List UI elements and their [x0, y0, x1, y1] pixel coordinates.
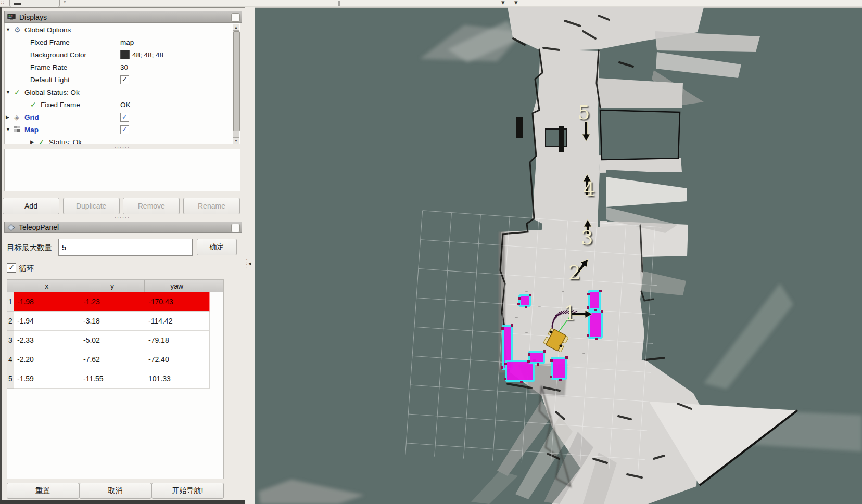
waypoint-label: 1 — [564, 302, 576, 325]
status-ok-check-icon: ✓ — [30, 100, 41, 109]
scrollbar-thumb[interactable] — [233, 31, 240, 131]
display-tree-row[interactable]: Fixed Framemap — [5, 36, 240, 48]
reset-button[interactable]: 重置 — [7, 483, 79, 499]
tree-item-label: Map — [24, 126, 39, 134]
table-row[interactable]: 2-1.94-3.18-114.42 — [7, 312, 223, 331]
cell-value[interactable]: -79.18 — [145, 331, 210, 350]
start-navigation-button[interactable]: 开始导航! — [151, 483, 224, 499]
panel-diamond-icon — [7, 224, 15, 231]
waypoint-label: 4 — [583, 178, 595, 201]
row-number[interactable]: 3 — [7, 331, 14, 350]
property-value[interactable]: map — [120, 38, 134, 46]
expander-icon[interactable]: ▼ — [6, 89, 14, 95]
expander-icon[interactable]: ▶ — [30, 139, 39, 144]
cancel-button[interactable]: 取消 — [79, 483, 151, 499]
table-row[interactable]: 1-1.98-1.23-170.43 — [7, 292, 223, 312]
displays-panel-titlebar[interactable]: Displays — [4, 11, 242, 23]
loop-checkbox[interactable]: ✓ — [7, 263, 16, 273]
loop-label: 循环 — [19, 264, 34, 274]
column-header[interactable]: x — [14, 280, 80, 292]
table-row[interactable]: 5-1.59-11.55101.33 — [7, 369, 223, 389]
tree-item-label: Fixed Frame — [30, 38, 70, 46]
waypoint-table[interactable]: xyyaw1-1.98-1.23-170.432-1.94-3.18-114.4… — [7, 279, 224, 479]
status-ok-check-icon: ✓ — [14, 88, 24, 96]
cell-value[interactable]: -2.33 — [14, 331, 80, 350]
property-value[interactable]: 30 — [120, 63, 128, 71]
panel-splitter[interactable]: ···· ◂ — [245, 7, 255, 504]
cell-value[interactable]: -3.18 — [80, 312, 145, 331]
cell-value[interactable]: -11.55 — [80, 369, 145, 389]
cell-value[interactable]: -7.62 — [80, 350, 145, 369]
property-value[interactable]: OK — [120, 101, 131, 109]
display-tree-row[interactable]: ▶✓Status: Ok — [5, 136, 240, 144]
column-header[interactable]: y — [80, 280, 145, 292]
display-tree-row[interactable]: Frame Rate30 — [5, 61, 240, 73]
enabled-checkbox[interactable]: ✓ — [120, 113, 129, 122]
gear-icon: ⚙ — [14, 25, 24, 34]
display-monitor-icon — [7, 14, 16, 20]
scroll-down-icon[interactable]: ▼ — [233, 137, 239, 144]
display-tree-row[interactable]: ▼⚙Global Options — [5, 23, 240, 36]
display-tree-row[interactable]: ▶◈Grid✓ — [5, 111, 240, 123]
row-number[interactable]: 2 — [7, 312, 14, 331]
cell-value[interactable]: -170.43 — [145, 292, 210, 312]
chevron-down-icon[interactable]: ▾ — [514, 0, 518, 6]
cell-value[interactable]: -5.02 — [80, 331, 145, 350]
rename-button: Rename — [183, 198, 240, 214]
grid-display-icon: ◈ — [14, 113, 24, 121]
add-button[interactable]: Add — [3, 198, 59, 214]
expander-icon[interactable]: ▼ — [6, 27, 14, 32]
collapse-panel-icon[interactable]: ◂ — [248, 260, 251, 267]
display-tree-row[interactable]: Background Color48; 48; 48 — [5, 48, 240, 61]
teleop-panel-titlebar[interactable]: TeleopPanel — [4, 222, 242, 233]
cell-value[interactable]: 101.33 — [145, 369, 210, 389]
panel-float-button[interactable] — [231, 224, 240, 232]
displays-panel-title: Displays — [19, 13, 47, 21]
row-number[interactable]: 5 — [7, 369, 14, 389]
splitter-handle[interactable]: ······ — [0, 216, 245, 220]
panel-float-button[interactable] — [231, 13, 240, 22]
cell-value[interactable]: -1.98 — [14, 292, 80, 312]
table-row[interactable]: 3-2.33-5.02-79.18 — [7, 331, 223, 350]
row-number[interactable]: 4 — [7, 350, 14, 369]
column-header[interactable] — [209, 280, 223, 292]
expander-icon[interactable]: ▶ — [6, 114, 14, 120]
enabled-checkbox[interactable]: ✓ — [120, 75, 129, 84]
chevron-down-icon[interactable]: ▾ — [501, 0, 505, 6]
scroll-up-icon[interactable]: ▲ — [233, 24, 239, 31]
property-value[interactable]: 48; 48; 48 — [132, 51, 163, 59]
tree-item-label: Fixed Frame — [41, 101, 80, 109]
cell-value[interactable]: -1.59 — [14, 369, 80, 389]
max-targets-input[interactable] — [58, 239, 193, 256]
color-swatch[interactable] — [120, 50, 130, 59]
enabled-checkbox[interactable]: ✓ — [120, 125, 129, 134]
confirm-button[interactable]: 确定 — [197, 239, 237, 255]
display-tree-row[interactable]: Default Light✓ — [5, 73, 240, 86]
cell-value[interactable]: -2.20 — [14, 350, 80, 369]
cell-value[interactable]: -72.40 — [145, 350, 210, 369]
expander-icon[interactable]: ▼ — [6, 127, 14, 132]
waypoint-label: 5 — [578, 101, 590, 124]
scrollbar[interactable]: ▲ ▼ — [233, 24, 239, 144]
row-number[interactable]: 1 — [7, 292, 14, 312]
obstacle-cluster — [517, 294, 531, 308]
column-header[interactable] — [7, 280, 14, 292]
cell-value[interactable]: -1.94 — [14, 312, 80, 331]
cell-value[interactable]: -1.23 — [80, 292, 145, 312]
toolbar-separator — [338, 1, 340, 6]
tree-item-label: Status: Ok — [49, 138, 82, 145]
toolbar-tool-button[interactable] — [9, 0, 60, 7]
chevron-down-icon: ▾ — [64, 0, 66, 4]
table-row[interactable]: 4-2.20-7.62-72.40 — [7, 350, 223, 369]
toolbar-grip-icon[interactable]: ∷ — [1, 0, 5, 5]
cell-value[interactable]: -114.42 — [145, 312, 210, 331]
display-tree-row[interactable]: ▼✓Global Status: Ok — [5, 86, 240, 98]
column-header[interactable]: yaw — [145, 280, 209, 292]
tf-dot — [560, 345, 562, 347]
display-tree-row[interactable]: ▼Map✓ — [5, 123, 240, 136]
obstacle-cluster — [587, 290, 602, 312]
rviz-3d-viewport[interactable]: 12345 — [255, 7, 862, 504]
displays-tree[interactable]: ▼⚙Global OptionsFixed FramemapBackground… — [4, 23, 240, 144]
display-tree-row[interactable]: ✓Fixed FrameOK — [5, 98, 240, 111]
waypoint-label: 2 — [568, 262, 581, 284]
